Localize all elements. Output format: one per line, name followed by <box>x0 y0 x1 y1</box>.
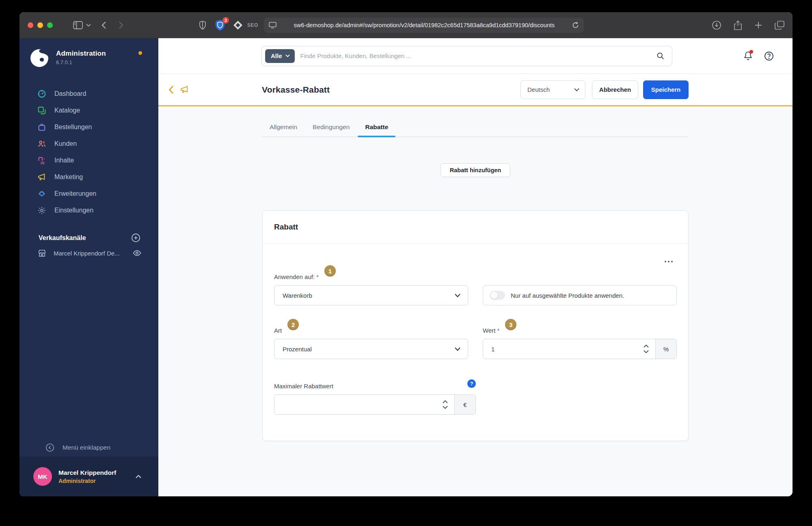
admin-top-bar: Alle <box>158 38 793 74</box>
tab-bedingungen[interactable]: Bedingungen <box>305 123 357 136</box>
stepper-up-icon[interactable] <box>443 400 448 403</box>
max-value-label: Maximaler Rabattwert <box>274 383 333 390</box>
sidebar-item-sales-channel[interactable]: Marcel Krippendorf De... <box>19 245 158 261</box>
adblock-extension-icon[interactable]: 3 <box>214 19 226 31</box>
collapse-circle-chevron-icon <box>45 443 54 452</box>
chevron-down-icon <box>455 347 460 351</box>
max-value-stepper <box>436 395 454 414</box>
sales-channel-name: Marcel Krippendorf De... <box>54 250 133 257</box>
share-icon[interactable] <box>734 20 742 30</box>
url-text[interactable]: sw6-demoshop.de/admin#/sw/promotion/v2/d… <box>276 22 572 28</box>
tab-overview-icon[interactable] <box>775 21 784 30</box>
update-notification-dot <box>138 51 142 55</box>
chevron-down-icon <box>455 294 460 297</box>
type-select[interactable]: Prozentual <box>274 339 468 359</box>
products-only-toggle[interactable] <box>490 291 505 300</box>
sidebar-item-marketing[interactable]: Marketing <box>19 169 158 185</box>
collapse-menu-button[interactable]: Menü einklappen <box>19 439 158 457</box>
sidebar-item-einstellungen[interactable]: Einstellungen <box>19 202 158 219</box>
save-button[interactable]: Speichern <box>643 80 689 99</box>
sidebar-toggle-icon[interactable] <box>73 21 83 29</box>
global-search[interactable]: Alle <box>261 46 672 66</box>
discount-card-title: Rabatt <box>274 223 298 232</box>
downloads-icon[interactable] <box>712 20 721 30</box>
back-button[interactable] <box>102 21 106 29</box>
step-badge-2: 2 <box>287 319 299 330</box>
step-badge-1: 1 <box>324 265 336 277</box>
user-menu[interactable]: MK Marcel Krippendorf Administrator <box>19 457 158 496</box>
add-sales-channel-button[interactable] <box>131 233 140 242</box>
max-value-input[interactable] <box>274 395 436 414</box>
user-name: Marcel Krippendorf <box>58 469 136 476</box>
orders-bag-icon <box>37 123 46 132</box>
sidebar-item-bestellungen[interactable]: Bestellungen <box>19 119 158 135</box>
stepper-down-icon[interactable] <box>644 350 649 353</box>
max-value-unit[interactable]: € <box>454 395 475 414</box>
shopware-logo-icon <box>30 49 49 67</box>
notifications-button[interactable] <box>743 51 753 61</box>
stepper-up-icon[interactable] <box>644 344 649 348</box>
new-tab-icon[interactable] <box>754 21 762 29</box>
address-bar[interactable]: sw6-demoshop.de/admin#/sw/promotion/v2/d… <box>264 17 584 33</box>
forward-button[interactable] <box>119 21 123 29</box>
back-to-promotion-button[interactable] <box>168 85 174 94</box>
cancel-button[interactable]: Abbrechen <box>592 80 638 99</box>
zoom-window-button[interactable] <box>47 22 53 28</box>
help-button[interactable] <box>764 51 774 61</box>
sales-channels-section: Verkaufskanäle <box>19 233 158 242</box>
language-select[interactable]: Deutsch <box>520 80 585 99</box>
required-asterisk: * <box>497 327 499 334</box>
browser-toolbar: 3 SEO sw6-demoshop.de/admin#/sw/promotio… <box>19 12 793 38</box>
sidebar-item-kunden[interactable]: Kunden <box>19 135 158 152</box>
max-value-input-group: € <box>274 394 476 415</box>
extension-badge: 3 <box>222 17 229 24</box>
storefront-icon <box>37 249 46 258</box>
sidebar-item-erweiterungen[interactable]: Erweiterungen <box>19 185 158 202</box>
context-menu-button[interactable] <box>662 258 675 265</box>
search-input[interactable] <box>300 52 656 59</box>
tab-rabatte[interactable]: Rabatte <box>358 123 395 136</box>
add-discount-button[interactable]: Rabatt hinzufügen <box>441 163 510 177</box>
help-tooltip-icon[interactable]: ? <box>467 379 476 388</box>
customers-icon <box>37 139 46 148</box>
minimize-window-button[interactable] <box>37 22 43 28</box>
stepper-down-icon[interactable] <box>443 406 448 409</box>
apply-to-field: Anwenden auf: * 1 Warenkorb <box>274 269 468 305</box>
window-controls <box>28 22 53 28</box>
type-field: Art 2 Prozentual <box>274 323 468 359</box>
discount-card-header: Rabatt <box>263 211 688 244</box>
notification-dot <box>749 50 753 54</box>
sales-channels-heading: Verkaufskanäle <box>39 234 131 242</box>
sidebar-item-inhalte[interactable]: Inhalte <box>19 152 158 169</box>
sidebar-item-kataloge[interactable]: Kataloge <box>19 102 158 119</box>
chevron-up-icon <box>136 475 141 478</box>
search-scope-dropdown[interactable]: Alle <box>265 49 295 63</box>
product-toggle-field: Nur auf ausgewählte Produkte anwenden. <box>483 269 677 305</box>
reader-view-icon[interactable] <box>269 22 276 28</box>
toolbar-chevron-down-icon[interactable] <box>86 24 91 27</box>
extensions-plug-icon <box>37 189 46 198</box>
seo-extension-label[interactable]: SEO <box>247 22 258 28</box>
close-window-button[interactable] <box>28 22 33 28</box>
value-field: Wert * 3 % <box>483 323 677 359</box>
value-input[interactable] <box>483 339 637 359</box>
admin-sidebar: Administration 6.7.0.1 Dashboard Katalog <box>19 38 158 496</box>
eye-icon[interactable] <box>133 250 141 256</box>
product-toggle-box: Nur auf ausgewählte Produkte anwenden. <box>483 285 677 305</box>
search-icon[interactable] <box>656 52 665 60</box>
catalogues-icon <box>37 106 46 115</box>
value-unit[interactable]: % <box>655 339 676 359</box>
app-version: 6.7.0.1 <box>56 59 106 65</box>
discount-card: Rabatt Anwenden auf: * 1 <box>262 210 689 441</box>
apply-to-select[interactable]: Warenkorb <box>274 285 468 305</box>
tab-allgemein[interactable]: Allgemein <box>262 123 304 136</box>
smart-bar: Vorkasse-Rabatt Deutsch Abbrechen Speich… <box>158 74 793 106</box>
reload-icon[interactable] <box>572 22 579 29</box>
chevron-down-icon <box>574 88 579 91</box>
sidebar-item-dashboard[interactable]: Dashboard <box>19 85 158 102</box>
diamond-extension-icon[interactable] <box>233 20 243 30</box>
chevron-down-icon <box>285 54 290 57</box>
privacy-shield-icon[interactable] <box>199 20 207 30</box>
promotion-tabs: Allgemein Bedingungen Rabatte <box>262 123 689 137</box>
main-navigation: Dashboard Kataloge Bestellungen <box>19 85 158 219</box>
